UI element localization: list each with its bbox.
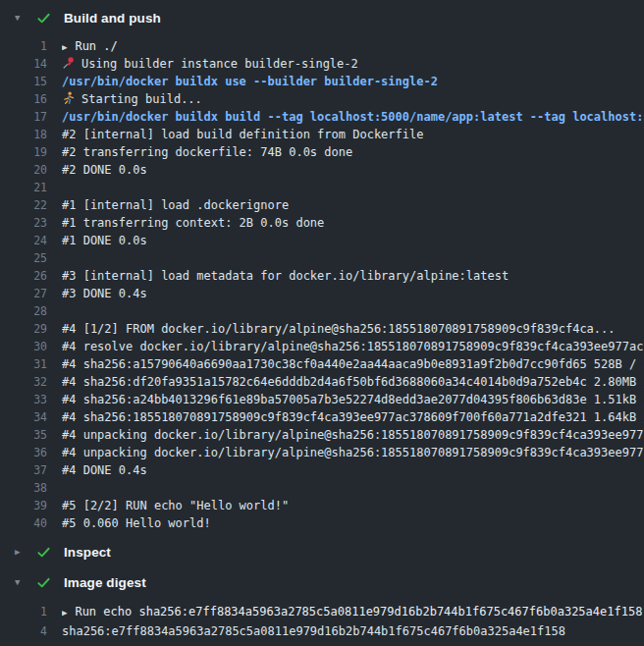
log-line-content: #4 sha256:df20fa9351a15782c64e6dddb2d4a6… — [62, 373, 644, 391]
log-line-number[interactable]: 17 — [0, 108, 47, 126]
log-line: 16Starting build... — [0, 90, 644, 108]
log-line: 20#2 DONE 0.0s — [0, 161, 644, 179]
log-line-number[interactable]: 28 — [0, 302, 47, 320]
expand-line-icon[interactable]: ▶ — [62, 603, 67, 621]
log-line-content: #5 [2/2] RUN echo "Hello world!" — [62, 497, 644, 514]
log-line-number[interactable]: 38 — [0, 479, 47, 497]
log-line-content: #4 [1/2] FROM docker.io/library/alpine@s… — [62, 320, 644, 338]
log-line: 22#1 [internal] load .dockerignore — [0, 196, 644, 214]
success-check-icon — [36, 11, 51, 26]
log-line-text: #4 DONE 0.4s — [62, 463, 147, 477]
log-line-number[interactable]: 22 — [0, 196, 47, 214]
log-line-content: #1 DONE 0.0s — [62, 232, 644, 249]
log-line-number[interactable]: 26 — [0, 267, 47, 285]
log-line-content: #2 [internal] load build definition from… — [62, 126, 644, 143]
log-line-text: #4 unpacking docker.io/library/alpine@sh… — [62, 446, 644, 459]
log-line: 30#4 resolve docker.io/library/alpine@sh… — [0, 338, 644, 355]
log-line-number[interactable]: 39 — [0, 497, 47, 514]
log-line-number[interactable]: 15 — [0, 73, 47, 90]
log-line-content: /usr/bin/docker buildx use --builder bui… — [62, 73, 644, 90]
log-line: 32#4 sha256:df20fa9351a15782c64e6dddb2d4… — [0, 373, 644, 391]
log-line-text: Using builder instance builder-single-2 — [81, 57, 358, 71]
log-line: 40#5 0.060 Hello world! — [0, 514, 644, 532]
log-line: 28 — [0, 302, 644, 320]
log-line-number[interactable]: 21 — [0, 179, 47, 196]
log-line-text: #4 sha256:a15790640a6690aa1730c38cf0a440… — [62, 357, 644, 371]
log-line-number[interactable]: 34 — [0, 408, 47, 426]
log-line-content: Using builder instance builder-single-2 — [62, 55, 644, 73]
log-line: 26#3 [internal] load metadata for docker… — [0, 267, 644, 285]
log-line: 27#3 DONE 0.4s — [0, 285, 644, 302]
log-line-content: Starting build... — [62, 90, 644, 108]
log-line-text: #2 DONE 0.0s — [62, 163, 147, 177]
log-line-text: sha256:e7ff8834a5963a2785c5a0811e979d16b… — [62, 624, 565, 638]
log-line-number[interactable]: 16 — [0, 90, 47, 108]
log-line-content: #3 DONE 0.4s — [62, 285, 644, 302]
log-line-text: #3 [internal] load metadata for docker.i… — [62, 269, 509, 283]
log-line: 4sha256:e7ff8834a5963a2785c5a0811e979d16… — [0, 621, 644, 641]
chevron-down-icon[interactable]: ▼ — [15, 14, 27, 23]
log-line-content — [62, 302, 644, 320]
log-lines-image-digest: 1▶Run echo sha256:e7ff8834a5963a2785c5a0… — [0, 597, 644, 641]
log-line-number[interactable]: 30 — [0, 338, 47, 355]
log-line-number[interactable]: 27 — [0, 285, 47, 302]
log-line-content: ▶Run echo sha256:e7ff8834a5963a2785c5a08… — [62, 602, 644, 621]
log-line: 1▶Run ./ — [0, 37, 644, 55]
log-line-content: #2 transferring dockerfile: 74B 0.0s don… — [62, 143, 644, 161]
log-line-number[interactable]: 20 — [0, 161, 47, 179]
log-line-content: #3 [internal] load metadata for docker.i… — [62, 267, 644, 285]
log-line-number[interactable]: 1 — [0, 602, 47, 621]
runner-icon — [62, 91, 76, 108]
log-line-text: #5 0.060 Hello world! — [62, 516, 211, 530]
log-line: 37#4 DONE 0.4s — [0, 461, 644, 479]
log-line-content: #4 sha256:185518070891758909c9f839cf4ca3… — [62, 408, 644, 426]
section-title: Inspect — [64, 545, 111, 560]
chevron-right-icon[interactable]: ▶ — [15, 548, 27, 557]
log-line-number[interactable]: 32 — [0, 373, 47, 391]
success-check-icon — [36, 545, 51, 560]
log-line-number[interactable]: 4 — [0, 621, 47, 641]
log-line-number[interactable]: 29 — [0, 320, 47, 338]
log-lines-build-and-push: 1▶Run ./14Using builder instance builder… — [0, 35, 644, 532]
log-line: 1▶Run echo sha256:e7ff8834a5963a2785c5a0… — [0, 602, 644, 621]
log-line-content: #4 DONE 0.4s — [62, 461, 644, 479]
chevron-down-icon[interactable]: ▼ — [15, 578, 27, 587]
log-line-text: #4 unpacking docker.io/library/alpine@sh… — [62, 428, 644, 442]
log-line-text: #4 resolve docker.io/library/alpine@sha2… — [62, 340, 644, 353]
log-line: 14Using builder instance builder-single-… — [0, 55, 644, 73]
section-header-inspect[interactable]: ▶Inspect — [0, 538, 644, 565]
log-line: 36#4 unpacking docker.io/library/alpine@… — [0, 444, 644, 461]
log-line-content — [62, 479, 644, 497]
log-line-number[interactable]: 25 — [0, 249, 47, 267]
log-line: 39#5 [2/2] RUN echo "Hello world!" — [0, 497, 644, 514]
log-line-text: #4 [1/2] FROM docker.io/library/alpine@s… — [62, 322, 616, 336]
log-line-number[interactable]: 35 — [0, 426, 47, 444]
log-line-number[interactable]: 24 — [0, 232, 47, 249]
log-line-number[interactable]: 36 — [0, 444, 47, 461]
log-line-number[interactable]: 1 — [0, 37, 47, 55]
log-line-number[interactable]: 14 — [0, 55, 47, 73]
log-line-text: #5 [2/2] RUN echo "Hello world!" — [62, 499, 289, 512]
success-check-icon — [36, 575, 51, 590]
expand-line-icon[interactable]: ▶ — [62, 38, 67, 55]
pushpin-icon — [62, 56, 76, 73]
section-header-image-digest[interactable]: ▼Image digest — [0, 567, 644, 597]
log-line-number[interactable]: 33 — [0, 391, 47, 408]
log-line-number[interactable]: 18 — [0, 126, 47, 143]
section-header-build-and-push[interactable]: ▼Build and push — [0, 0, 644, 35]
log-line-content: ▶Run ./ — [62, 37, 644, 55]
log-line-number[interactable]: 19 — [0, 143, 47, 161]
log-line-number[interactable]: 31 — [0, 355, 47, 373]
log-line-number[interactable]: 40 — [0, 514, 47, 532]
log-line-text: #4 sha256:185518070891758909c9f839cf4ca3… — [62, 410, 644, 424]
workflow-log-viewer: ▼Build and push1▶Run ./14Using builder i… — [0, 0, 644, 646]
section-title: Image digest — [64, 575, 146, 590]
log-line-content: #4 unpacking docker.io/library/alpine@sh… — [62, 426, 644, 444]
log-line: 18#2 [internal] load build definition fr… — [0, 126, 644, 143]
log-line-number[interactable]: 23 — [0, 214, 47, 232]
log-line-number[interactable]: 37 — [0, 461, 47, 479]
log-line-text: #4 sha256:a24bb4013296f61e89ba57005a7b3e… — [62, 393, 644, 406]
log-line: 31#4 sha256:a15790640a6690aa1730c38cf0a4… — [0, 355, 644, 373]
log-line: 24#1 DONE 0.0s — [0, 232, 644, 249]
log-line: 38 — [0, 479, 644, 497]
